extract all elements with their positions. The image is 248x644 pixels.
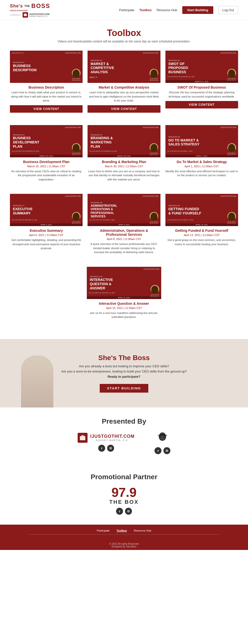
session-card-2: IJUSTGOTHIT.COM SESSION #2 MARKET &COMPE… bbox=[88, 51, 160, 115]
card-body-7: Executive Summary April 6, 2021 | 11:00a… bbox=[10, 226, 83, 257]
svg-point-10 bbox=[161, 437, 162, 438]
ijustgothit-sub: GODSEY·MARTIN, P.C. bbox=[90, 439, 134, 442]
view-content-btn-2[interactable]: VIEW CONTENT bbox=[88, 105, 160, 113]
sessions-grid-3: IJUSTGOTHIT.COM SESSION #7 EXECUTIVESUMM… bbox=[10, 194, 238, 257]
card-date-7: April 6, 2021 | 11:00am CST bbox=[10, 234, 83, 236]
lion-logo bbox=[155, 430, 170, 445]
card-image-4: IJUSTGOTHIT.COM SESSION #4 BUSINESSDEVEL… bbox=[10, 125, 83, 157]
card-desc-10: Join us for a one-hour marathon addressi… bbox=[87, 311, 161, 319]
banner-line3: Ready to participate? bbox=[61, 375, 187, 378]
presented-logos: IJUSTGOTHIT.COM GODSEY·MARTIN, P.C. bbox=[5, 430, 243, 454]
session-card-6: IJUSTGOTHIT.COM SESSION #6 GO TO MARKET … bbox=[165, 125, 238, 184]
card-img-title-5: SESSION #5 BRANDING &MARKETINGPLAN bbox=[90, 134, 113, 149]
card-date-bar-8: APRIL 8, 2021 bbox=[88, 223, 160, 226]
footer-resource-hub[interactable]: Resource Hub bbox=[134, 529, 151, 532]
banner-start-btn[interactable]: START BUILDING bbox=[100, 384, 149, 392]
card-title-2: Market & Competitive Analysis bbox=[88, 85, 160, 89]
sessions-grid-1: SESSION #1 IJUSTGOTHIT.COM SESSION #1 BU… bbox=[10, 51, 238, 115]
card-image-8: IJUSTGOTHIT.COM SESSION #8 ADMINISTRATIO… bbox=[88, 194, 160, 226]
card-logo-top-5: IJUSTGOTHIT.COM bbox=[143, 126, 158, 128]
view-content-btn-1[interactable]: VIEW CONTENT bbox=[10, 105, 83, 113]
card-body-4: Business Development Plan March 25, 2021… bbox=[10, 157, 83, 184]
svg-point-17 bbox=[128, 511, 129, 512]
svg-text:SHE'S- THE BOSS: SHE'S- THE BOSS bbox=[89, 76, 97, 78]
card-logo-top-3: IJUSTGOTHIT.COM bbox=[221, 52, 236, 54]
promo-facebook[interactable] bbox=[116, 508, 123, 515]
card-body-6: Go To Market & Sales Strategy April 1, 2… bbox=[165, 157, 238, 184]
svg-point-12 bbox=[162, 438, 163, 439]
card-desc-9: Get a good grasp on the most common, and… bbox=[165, 238, 238, 246]
ijustgothit-facebook[interactable] bbox=[98, 445, 105, 452]
footer-copy: © 2021 All rights Reserved Designed by S… bbox=[0, 540, 248, 550]
presented-section: Presented By IJUSTGOTHIT.COM GODSEY·MART… bbox=[0, 408, 248, 468]
nav-participate[interactable]: Participate bbox=[119, 8, 134, 12]
card-logo-top-9: IJUSTGOTHIT.COM bbox=[221, 195, 236, 197]
card-image-6: IJUSTGOTHIT.COM SESSION #6 GO TO MARKET … bbox=[165, 125, 238, 157]
card-date-6: April 1, 2021 | 11:00am CST bbox=[165, 165, 238, 168]
lion-instagram[interactable] bbox=[163, 447, 170, 454]
card-logo-top-2: IJUSTGOTHIT.COM bbox=[143, 52, 158, 54]
radio-logo: 97.9 THE BOX bbox=[5, 486, 243, 505]
card-image-1: SESSION #1 IJUSTGOTHIT.COM SESSION #1 BU… bbox=[10, 51, 83, 83]
card-date-bar-9: APRIL 13, 2021 bbox=[165, 223, 238, 226]
header: She's THE BOSS #BUILDINGHER POWERED BY I… bbox=[0, 0, 248, 20]
session-card-3: IJUSTGOTHIT.COM SESSION #3 SWOT OFPROPOS… bbox=[165, 51, 238, 115]
card-body-3: SWOT Of Proposed Business Discover the k… bbox=[165, 83, 238, 115]
card-img-title-3: SESSION #3 SWOT OFPROPOSEDBUSINESS bbox=[168, 59, 188, 74]
card-date-bar-10: APRIL 16, 2021 bbox=[87, 296, 161, 299]
ijustgothit-instagram[interactable] bbox=[107, 445, 114, 452]
banner-section: She's The Boss Are you already a boss bu… bbox=[0, 339, 248, 408]
logo-brand: She's THE BOSS bbox=[10, 2, 50, 10]
session-card-4: IJUSTGOTHIT.COM SESSION #4 BUSINESSDEVEL… bbox=[10, 125, 83, 184]
ijustgothit-social bbox=[98, 445, 114, 452]
card-title-4: Business Development Plan bbox=[10, 160, 83, 164]
card-desc-7: Get comfortable highlighting, detailing,… bbox=[10, 238, 83, 250]
card-date-8: April 8, 2021 | 11:00am CST bbox=[88, 238, 160, 240]
sessions-grid-2: IJUSTGOTHIT.COM SESSION #4 BUSINESSDEVEL… bbox=[10, 125, 238, 184]
card-img-title-2: SESSION #2 MARKET &COMPETITIVEANALYSIS bbox=[90, 59, 114, 74]
card-date-4: March 25, 2021 | 11:00am CST bbox=[10, 165, 83, 168]
card-image-7: IJUSTGOTHIT.COM SESSION #7 EXECUTIVESUMM… bbox=[10, 194, 83, 226]
svg-point-6 bbox=[110, 448, 111, 449]
lion-facebook[interactable] bbox=[155, 447, 161, 454]
card-body-8: Administration, Operations &Professional… bbox=[88, 226, 160, 257]
promo-social bbox=[5, 508, 243, 515]
card-logo-top-7: IJUSTGOTHIT.COM bbox=[65, 195, 81, 197]
svg-marker-1 bbox=[24, 13, 27, 14]
card-image-5: IJUSTGOTHIT.COM SESSION #5 BRANDING &MAR… bbox=[88, 125, 160, 157]
footer-nav: Participate Toolbox Resource Hub bbox=[0, 525, 248, 540]
promo-instagram[interactable] bbox=[125, 508, 132, 515]
card-body-1: Business Description Learn how to clearl… bbox=[10, 83, 83, 115]
logo-the: THE bbox=[24, 4, 30, 8]
card-title-7: Executive Summary bbox=[10, 228, 83, 232]
card-desc-4: An overview of the areas CEOs view as cr… bbox=[10, 169, 83, 182]
card-desc-6: Identify the most effective and efficien… bbox=[165, 169, 238, 178]
footer-participate[interactable]: Participate bbox=[97, 529, 110, 532]
card-img-title-9: SESSION #9 GETTING FUNDED& FUND YOURSELF bbox=[168, 204, 201, 215]
svg-point-14 bbox=[166, 450, 167, 451]
nav-toolbox[interactable]: Toolbox bbox=[139, 8, 152, 12]
session-card-7: IJUSTGOTHIT.COM SESSION #7 EXECUTIVESUMM… bbox=[10, 194, 83, 257]
session-card-10: IJUSTGOTHIT.COM SESSION #10 INTERACTIVEQ… bbox=[87, 267, 161, 322]
banner-line1: Are you already a boss but looking to im… bbox=[61, 364, 187, 368]
card-logo-top-6: IJUSTGOTHIT.COM bbox=[221, 126, 236, 128]
page-subtitle: Videos and downloadable content will be … bbox=[10, 40, 238, 43]
promo-section: Promotional Partner 97.9 THE BOX bbox=[0, 468, 248, 525]
footer-toolbox[interactable]: Toolbox bbox=[117, 529, 127, 532]
start-building-button[interactable]: Start Building bbox=[182, 6, 213, 14]
session-card-1: SESSION #1 IJUSTGOTHIT.COM SESSION #1 BU… bbox=[10, 51, 83, 115]
logo-partner: POWERED BY IJUSTGOTHIT.COM GODSEY·MARTIN… bbox=[10, 12, 49, 18]
card-img-title-1: SESSION #1 BUSINESSDESCRIPTION bbox=[13, 61, 37, 72]
logout-button[interactable]: Log Out bbox=[218, 6, 238, 14]
card-title-1: Business Description bbox=[10, 85, 83, 89]
card-desc-8: A quick overview of the various professi… bbox=[88, 242, 160, 254]
nav-resource-hub[interactable]: Resource Hub bbox=[157, 8, 177, 12]
card-title-6: Go To Market & Sales Strategy bbox=[165, 160, 238, 164]
view-content-btn-3[interactable]: VIEW CONTENT bbox=[165, 101, 238, 108]
copyright: © 2021 All rights Reserved bbox=[2, 542, 246, 545]
footer-links: Participate Toolbox Resource Hub bbox=[5, 528, 243, 532]
card-body-5: Branding & Marketing Plan March 30, 2021… bbox=[88, 157, 160, 184]
sessions-grid-4: IJUSTGOTHIT.COM SESSION #10 INTERACTIVEQ… bbox=[10, 267, 238, 322]
card-img-title-6: SESSION #6 GO TO MARKET &SALES STRATEGY bbox=[168, 136, 200, 146]
partner-icon bbox=[22, 12, 28, 18]
